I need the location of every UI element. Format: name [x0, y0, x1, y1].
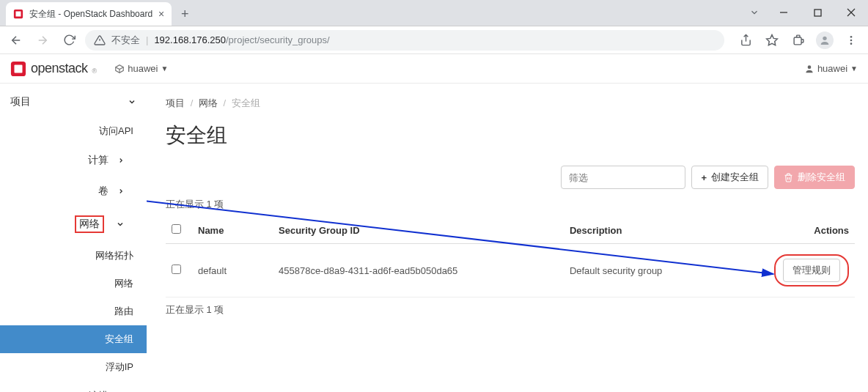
sidebar-item-routers[interactable]: 路由: [0, 297, 147, 325]
delete-security-group-button[interactable]: 删除安全组: [774, 166, 855, 189]
sidebar-group-project[interactable]: 项目: [0, 86, 147, 117]
url-omnibox[interactable]: 不安全 | 192.168.176.250/project/security_g…: [85, 30, 724, 51]
svg-rect-18: [15, 64, 23, 73]
main-content: 项目 / 网络 / 安全组 安全组 + 创建安全组 删除安全组 正在显示: [147, 84, 868, 392]
trash-icon: [784, 173, 793, 182]
security-groups-table: Name Security Group ID Description Actio…: [166, 217, 855, 297]
manage-rules-button[interactable]: 管理规则: [783, 259, 840, 282]
openstack-logo-icon: [10, 61, 26, 77]
select-all-checkbox[interactable]: [172, 224, 181, 234]
svg-point-16: [850, 42, 853, 45]
sidebar-item-security-groups[interactable]: 安全组: [0, 325, 147, 353]
sidebar-item-networks[interactable]: 网络: [0, 270, 147, 297]
user-avatar-icon[interactable]: [814, 30, 836, 51]
user-menu[interactable]: huawei ▼: [804, 63, 858, 74]
table-info-bottom: 正在显示 1 项: [166, 303, 855, 317]
window-close-button[interactable]: [834, 0, 868, 26]
nav-back-button[interactable]: [6, 30, 26, 51]
svg-rect-12: [794, 37, 801, 45]
user-name: huawei: [817, 63, 847, 74]
openstack-header: openstack® huawei ▼ huawei ▼: [0, 54, 868, 84]
openstack-logo[interactable]: openstack®: [10, 61, 97, 77]
cell-desc: Default security group: [564, 244, 723, 297]
cell-name[interactable]: default: [192, 244, 273, 297]
browser-tab[interactable]: 安全组 - OpenStack Dashboard ×: [6, 2, 172, 26]
plus-icon: +: [701, 172, 707, 183]
user-icon: [804, 64, 814, 74]
col-actions: Actions: [723, 217, 855, 244]
row-checkbox[interactable]: [172, 265, 181, 274]
browser-tab-bar: 安全组 - OpenStack Dashboard × +: [0, 0, 868, 26]
chevron-right-icon: [117, 157, 125, 164]
annotation-highlight: 网络: [75, 215, 104, 233]
sidebar-label: 项目: [10, 95, 31, 108]
table-info-top: 正在显示 1 项: [166, 198, 855, 211]
close-tab-icon[interactable]: ×: [158, 8, 164, 20]
chevron-right-icon: [117, 188, 125, 195]
sidebar-group-network[interactable]: 网络: [0, 207, 147, 242]
sidebar: 项目 访问API 计算 卷 网络 网络拓扑 网络 路由 安全组 浮动IP 编排 …: [0, 84, 147, 392]
nav-reload-button[interactable]: [59, 30, 79, 51]
table-row: default 455878ce-d8a9-4311-ad6f-ead5b050…: [166, 244, 855, 297]
breadcrumb-item[interactable]: 项目: [166, 97, 185, 108]
svg-rect-1: [16, 12, 21, 17]
sidebar-item-network-topology[interactable]: 网络拓扑: [0, 242, 147, 270]
window-controls: [742, 0, 868, 26]
openstack-brand-text: openstack: [31, 61, 88, 76]
page-title: 安全组: [166, 122, 855, 149]
sidebar-label: 卷: [98, 185, 108, 198]
sidebar-group-orchestration[interactable]: 编排: [0, 381, 147, 392]
browser-address-bar: 不安全 | 192.168.176.250/project/security_g…: [0, 26, 868, 54]
svg-point-15: [850, 39, 853, 41]
window-minimize-button[interactable]: [767, 0, 801, 26]
project-name: huawei: [128, 63, 158, 74]
sidebar-label: 计算: [88, 154, 108, 167]
share-icon[interactable]: [735, 30, 757, 51]
cell-sgid: 455878ce-d8a9-4311-ad6f-ead5b050da65: [273, 244, 564, 297]
button-label: 删除安全组: [798, 171, 845, 184]
svg-point-19: [808, 65, 812, 69]
tabs-chevron-icon[interactable]: [742, 0, 767, 26]
insecure-label: 不安全: [111, 34, 140, 47]
breadcrumb: 项目 / 网络 / 安全组: [166, 97, 855, 110]
svg-point-13: [823, 36, 826, 40]
caret-down-icon: ▼: [161, 64, 168, 73]
sidebar-item-api-access[interactable]: 访问API: [0, 117, 147, 145]
breadcrumb-item-current: 安全组: [232, 97, 260, 108]
table-header-row: Name Security Group ID Description Actio…: [166, 217, 855, 244]
annotation-highlight: 管理规则: [774, 254, 849, 286]
sidebar-label: 网络: [79, 218, 100, 229]
breadcrumb-item[interactable]: 网络: [199, 97, 218, 108]
chevron-down-icon: [116, 220, 125, 229]
insecure-warning-icon: [94, 34, 106, 46]
sidebar-item-floating-ips[interactable]: 浮动IP: [0, 353, 147, 381]
svg-rect-3: [814, 10, 821, 16]
create-security-group-button[interactable]: + 创建安全组: [691, 166, 768, 189]
chevron-down-icon: [128, 97, 136, 106]
cube-icon: [114, 64, 125, 74]
new-tab-button[interactable]: +: [174, 4, 195, 24]
openstack-favicon-icon: [13, 9, 23, 19]
bookmark-star-icon[interactable]: [761, 30, 783, 51]
nav-forward-button[interactable]: [32, 30, 53, 51]
svg-marker-11: [767, 34, 778, 45]
window-maximize-button[interactable]: [801, 0, 834, 26]
project-selector[interactable]: huawei ▼: [108, 60, 174, 77]
caret-down-icon: ▼: [850, 64, 858, 73]
sidebar-group-compute[interactable]: 计算: [0, 145, 147, 176]
tab-title: 安全组 - OpenStack Dashboard: [29, 8, 152, 21]
svg-point-14: [850, 36, 853, 38]
col-sgid[interactable]: Security Group ID: [273, 217, 564, 244]
sidebar-group-volumes[interactable]: 卷: [0, 176, 147, 207]
toolbar: + 创建安全组 删除安全组: [166, 166, 855, 189]
filter-box: [561, 166, 685, 189]
url-path: /project/security_groups/: [226, 34, 330, 45]
button-label: 创建安全组: [711, 171, 759, 184]
filter-input[interactable]: [562, 166, 699, 188]
col-desc[interactable]: Description: [564, 217, 723, 244]
col-name[interactable]: Name: [192, 217, 273, 244]
browser-menu-icon[interactable]: [840, 30, 862, 51]
url-host: 192.168.176.250: [154, 34, 226, 45]
extensions-icon[interactable]: [787, 30, 809, 51]
